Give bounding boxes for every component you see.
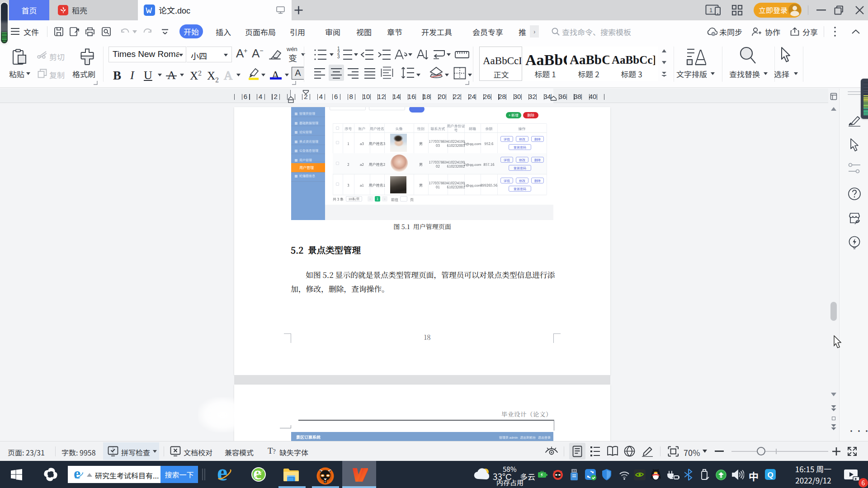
svg-text:1: 1 bbox=[709, 7, 712, 14]
svg-text:e: e bbox=[74, 469, 80, 480]
svg-text:e: e bbox=[217, 466, 227, 483]
svg-text:e: e bbox=[253, 466, 262, 483]
